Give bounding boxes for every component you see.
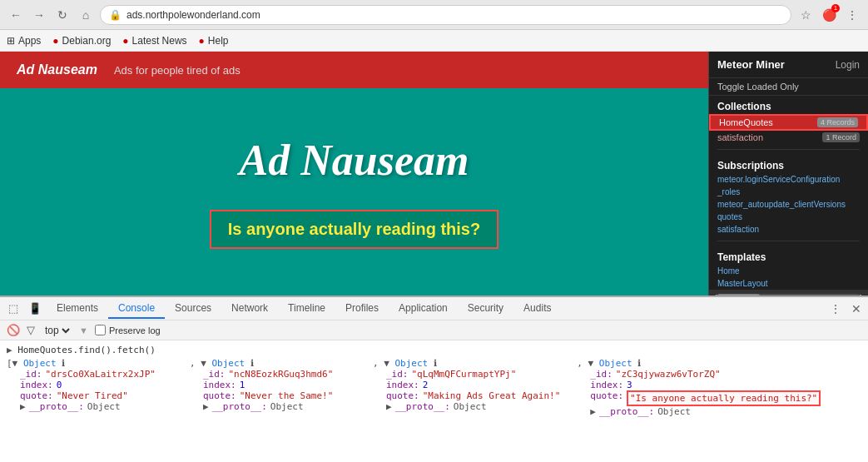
menu-button[interactable]: ⋮ [843, 6, 861, 24]
site-logo: Ad Nauseam [17, 62, 97, 77]
object-block-1: , ▼ Object ℹ _id: "ncN8EozkRGuq3hmd6" in… [190, 358, 356, 417]
console-arrow: ▶ [7, 345, 17, 355]
collection-item-homequotes[interactable]: HomeQuotes 4 Records [709, 114, 868, 131]
obj-header-0: [▼ Object ℹ [7, 358, 173, 369]
scroll-right-btn[interactable]: ▶ [860, 292, 866, 296]
bookmark-help[interactable]: ● Help [199, 35, 229, 47]
sub-item-3[interactable]: quotes [709, 211, 868, 223]
obj-header-3: , ▼ Object ℹ [577, 358, 821, 369]
sub-item-4[interactable]: satisfaction [709, 223, 868, 236]
sub-item-1[interactable]: _roles [709, 186, 868, 198]
main-area: Ad Nauseam Ads for people tired of ads A… [0, 52, 868, 296]
field-index-1: index: 1 [190, 380, 356, 390]
tab-timeline[interactable]: Timeline [278, 299, 335, 319]
devtools-device-icon[interactable]: 📱 [23, 302, 47, 315]
devtools-tab-bar: ⬚ 📱 Elements Console Sources Network Tim… [0, 297, 868, 320]
site-header: Ad Nauseam Ads for people tired of ads [0, 52, 708, 88]
tab-console[interactable]: Console [108, 299, 165, 319]
meteor-miner-panel: Meteor Miner Login Toggle Loaded Only Co… [708, 52, 868, 296]
meteor-miner-title: Meteor Miner [717, 58, 785, 71]
field-proto-1: ▶ __proto__: Object [190, 401, 356, 412]
object-block-2: , ▼ Object ℹ _id: "qLqMmQFCurmaptYPj" in… [373, 358, 560, 417]
template-item-masterlayout[interactable]: MasterLayout [709, 277, 868, 290]
site-banner-box: Is anyone actually reading this? [210, 210, 498, 249]
address-text: ads.northpolewonderland.com [126, 9, 260, 21]
field-quote-0: quote: "Never Tired" [7, 390, 173, 401]
sub-item-0[interactable]: meteor.loginServiceConfiguration [709, 173, 868, 186]
forward-button[interactable]: → [30, 6, 48, 24]
console-command: HomeQuotes.find().fetch() [17, 345, 156, 355]
collection-name-homequotes: HomeQuotes [719, 117, 773, 127]
field-quote-2: quote: "Making Ads Great Again!" [373, 390, 560, 401]
navigation-bar: ← → ↻ ⌂ 🔒 ads.northpolewonderland.com ☆ … [0, 0, 868, 30]
site-banner-text: Is anyone actually reading this? [228, 220, 480, 238]
obj-header-1: , ▼ Object ℹ [190, 358, 356, 369]
site-tagline: Ads for people tired of ads [114, 64, 241, 77]
field-id-1: _id: "ncN8EozkRGuq3hmd6" [190, 369, 356, 380]
collections-header: Collections [709, 96, 868, 114]
bookmark-latest-news[interactable]: ● Latest News [122, 35, 186, 47]
field-proto-2: ▶ __proto__: Object [373, 401, 560, 412]
bookmark-debian[interactable]: ● Debian.org [52, 35, 111, 47]
bookmark-apps[interactable]: ⊞ Apps [7, 35, 41, 47]
tab-profiles[interactable]: Profiles [335, 299, 389, 319]
help-icon: ● [199, 35, 205, 47]
scroll-left-btn[interactable]: ◀ [711, 292, 717, 296]
collection-count-satisfaction: 1 Record [822, 132, 860, 142]
lock-icon: 🔒 [109, 9, 122, 21]
preserve-log-checkbox-label[interactable]: Preserve log [95, 325, 161, 335]
site-body: Ad Nauseam Is anyone actually reading th… [0, 88, 708, 296]
tab-network[interactable]: Network [221, 299, 278, 319]
context-arrow: ▼ [79, 325, 88, 335]
tab-audits[interactable]: Audits [513, 299, 561, 319]
website-frame: Ad Nauseam Ads for people tired of ads A… [0, 52, 708, 296]
tab-application[interactable]: Application [389, 299, 458, 319]
template-item-home[interactable]: Home [709, 265, 868, 277]
site-main-title: Ad Nauseam [240, 136, 469, 185]
field-quote-1: quote: "Never the Same!" [190, 390, 356, 401]
obj-header-2: , ▼ Object ℹ [373, 358, 560, 369]
home-button[interactable]: ⌂ [77, 6, 95, 24]
objects-row: [▼ Object ℹ _id: "drsCo0XaLaitrx2xJP" in… [7, 356, 861, 419]
back-button[interactable]: ← [7, 6, 25, 24]
console-output: ▶ HomeQuotes.find().fetch() [▼ Object ℹ … [0, 340, 868, 462]
console-toolbar: 🚫 ▽ top ▼ Preserve log [0, 320, 868, 340]
news-icon: ● [122, 35, 128, 47]
field-quote-3: quote: "Is anyone actually reading this?… [577, 390, 821, 406]
address-bar[interactable]: 🔒 ads.northpolewonderland.com [100, 5, 791, 25]
apps-grid-icon: ⊞ [7, 35, 15, 47]
nav-icons: ☆ 🔴 1 ⋮ [796, 6, 861, 24]
field-index-3: index: 3 [577, 380, 821, 390]
clear-console-icon[interactable]: 🚫 [7, 324, 20, 336]
debian-icon: ● [52, 35, 58, 47]
tab-security[interactable]: Security [458, 299, 513, 319]
object-block-0: [▼ Object ℹ _id: "drsCo0XaLaitrx2xJP" in… [7, 358, 173, 417]
reload-button[interactable]: ↻ [53, 6, 72, 24]
field-id-3: _id: "zC3qjywazw6vTorZQ" [577, 369, 821, 380]
field-proto-3: ▶ __proto__: Object [577, 406, 821, 417]
console-line-1: ▶ HomeQuotes.find().fetch() [7, 344, 861, 356]
devtools-icons: ⋮ ✕ [826, 302, 865, 315]
preserve-log-checkbox[interactable] [95, 325, 106, 335]
tab-elements[interactable]: Elements [47, 299, 108, 319]
collection-name-satisfaction: satisfaction [717, 132, 763, 142]
extension-icon[interactable]: 🔴 1 [820, 6, 838, 24]
highlighted-quote: "Is anyone actually reading this?" [627, 390, 821, 406]
tab-sources[interactable]: Sources [165, 299, 221, 319]
bookmark-star-icon[interactable]: ☆ [796, 6, 815, 24]
field-index-2: index: 2 [373, 380, 560, 390]
collection-item-satisfaction[interactable]: satisfaction 1 Record [709, 131, 868, 144]
context-select[interactable]: top [42, 324, 72, 337]
meteor-miner-header: Meteor Miner Login [709, 52, 868, 78]
filter-icon[interactable]: ▽ [27, 324, 35, 336]
toggle-loaded-only[interactable]: Toggle Loaded Only [709, 78, 868, 96]
login-button[interactable]: Login [836, 59, 860, 71]
field-id-0: _id: "drsCo0XaLaitrx2xJP" [7, 369, 173, 380]
devtools-close-icon[interactable]: ✕ [848, 302, 865, 315]
devtools-more-icon[interactable]: ⋮ [826, 302, 845, 315]
templates-header: Templates [709, 246, 868, 265]
devtools-inspect-icon[interactable]: ⬚ [3, 302, 23, 315]
sub-item-2[interactable]: meteor_autoupdate_clientVersions [709, 198, 868, 211]
badge: 1 [831, 4, 840, 12]
collection-count-homequotes: 4 Records [817, 117, 858, 127]
